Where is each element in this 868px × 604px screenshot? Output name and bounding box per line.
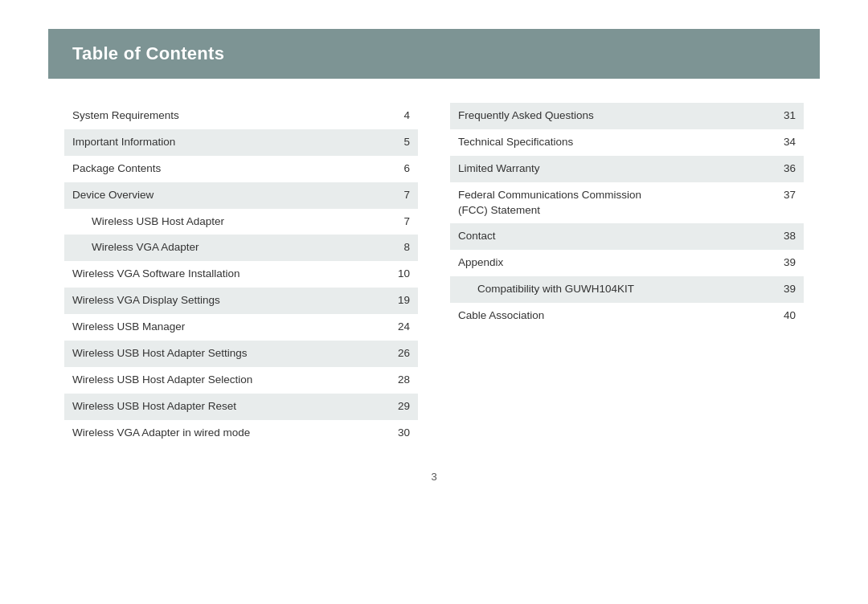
- toc-row: Federal Communications Commission(FCC) S…: [450, 182, 804, 224]
- entry-page: 31: [776, 108, 796, 124]
- entry-title: Device Overview: [72, 188, 391, 203]
- entry-title: Wireless USB Host Adapter: [72, 214, 391, 230]
- entry-page: 26: [391, 346, 410, 361]
- toc-row: Wireless USB Manager24: [64, 314, 418, 341]
- entry-page: 40: [776, 308, 796, 324]
- footer-page-number: 3: [431, 471, 436, 483]
- entry-title: Wireless USB Manager: [72, 320, 391, 335]
- entry-title: Important Information: [72, 135, 391, 150]
- toc-row: Important Information5: [64, 129, 418, 156]
- toc-row: Wireless USB Host Adapter Selection28: [64, 367, 418, 394]
- entry-page: 39: [776, 255, 796, 271]
- entry-title: System Requirements: [72, 108, 391, 124]
- entry-page: 19: [391, 293, 410, 308]
- entry-page: 29: [391, 399, 410, 414]
- toc-row: Wireless USB Host Adapter Settings26: [64, 341, 418, 367]
- entry-title: Wireless VGA Adapter in wired mode: [72, 426, 391, 441]
- toc-row: Contact38: [450, 223, 804, 250]
- entry-page: 30: [391, 426, 410, 441]
- toc-row: Wireless VGA Adapter8: [64, 235, 418, 261]
- entry-title: Limited Warranty: [458, 161, 776, 177]
- toc-row: Compatibility with GUWH104KIT39: [450, 276, 804, 303]
- toc-row: Limited Warranty36: [450, 156, 804, 182]
- toc-row: Cable Association40: [450, 303, 804, 329]
- toc-header: Table of Contents: [48, 29, 820, 79]
- toc-row: Appendix39: [450, 250, 804, 276]
- entry-page: 10: [391, 267, 410, 282]
- entry-page: 7: [391, 188, 410, 203]
- entry-page: 37: [776, 188, 796, 203]
- entry-page: 4: [391, 108, 410, 124]
- toc-row: Frequently Asked Questions31: [450, 103, 804, 129]
- toc-row: Wireless VGA Software Installation10: [64, 261, 418, 288]
- page: Table of Contents System Requirements4Im…: [48, 29, 820, 575]
- entry-title: Wireless VGA Display Settings: [72, 293, 391, 308]
- entry-page: 8: [391, 240, 410, 255]
- entry-title: Wireless USB Host Adapter Reset: [72, 399, 391, 414]
- toc-columns: System Requirements4Important Informatio…: [48, 103, 820, 447]
- entry-title: Wireless VGA Software Installation: [72, 267, 391, 282]
- entry-page: 24: [391, 320, 410, 335]
- entry-title: Package Contents: [72, 161, 391, 177]
- toc-row: Wireless USB Host Adapter Reset29: [64, 394, 418, 420]
- entry-page: 36: [776, 161, 796, 177]
- entry-title: Frequently Asked Questions: [458, 108, 776, 124]
- entry-page: 6: [391, 161, 410, 177]
- entry-title: Technical Specifications: [458, 135, 776, 150]
- entry-title: Cable Association: [458, 308, 776, 324]
- toc-row: Technical Specifications34: [450, 129, 804, 156]
- entry-page: 7: [391, 214, 410, 230]
- toc-row: Wireless VGA Display Settings19: [64, 288, 418, 314]
- toc-row: Device Overview7: [64, 182, 418, 209]
- toc-row: Wireless USB Host Adapter7: [64, 209, 418, 235]
- right-column: Frequently Asked Questions31Technical Sp…: [450, 103, 804, 447]
- page-number-footer: 3: [48, 471, 820, 483]
- toc-row: Package Contents6: [64, 156, 418, 182]
- toc-row: Wireless VGA Adapter in wired mode30: [64, 420, 418, 447]
- entry-page: 5: [391, 135, 410, 150]
- entry-page: 39: [776, 282, 796, 297]
- entry-title: Compatibility with GUWH104KIT: [458, 282, 776, 297]
- entry-page: 38: [776, 229, 796, 244]
- entry-title: Contact: [458, 229, 776, 244]
- entry-page: 34: [776, 135, 796, 150]
- entry-page: 28: [391, 373, 410, 388]
- entry-title: Appendix: [458, 255, 776, 271]
- left-column: System Requirements4Important Informatio…: [64, 103, 418, 447]
- entry-title: Federal Communications Commission(FCC) S…: [458, 188, 776, 218]
- entry-title: Wireless VGA Adapter: [72, 240, 391, 255]
- entry-title: Wireless USB Host Adapter Selection: [72, 373, 391, 388]
- toc-title: Table of Contents: [72, 43, 796, 64]
- toc-row: System Requirements4: [64, 103, 418, 129]
- entry-title: Wireless USB Host Adapter Settings: [72, 346, 391, 361]
